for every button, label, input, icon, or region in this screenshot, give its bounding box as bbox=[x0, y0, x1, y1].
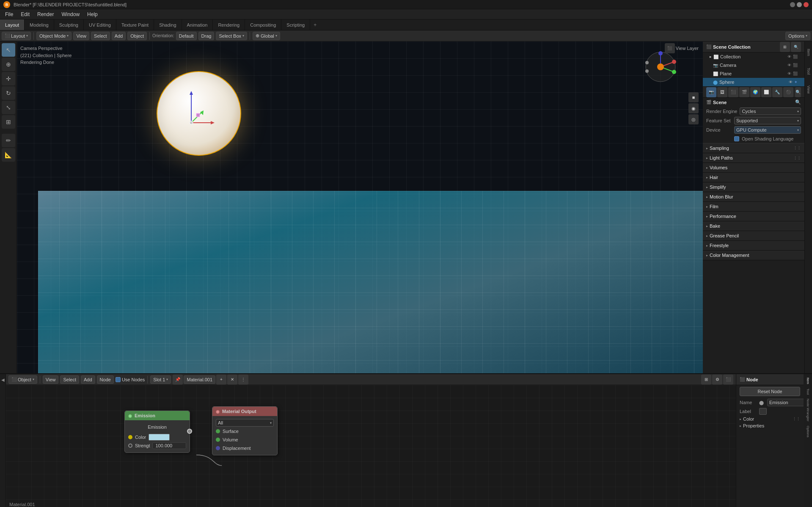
performance-header[interactable]: ▸ Performance bbox=[703, 212, 804, 221]
object-properties-icon[interactable]: ⬜ bbox=[761, 87, 771, 97]
node-canvas[interactable]: ◉ Emission Emission Color bbox=[6, 385, 736, 507]
tab-layout[interactable]: Layout bbox=[0, 19, 25, 30]
feature-set-dropdown[interactable]: Supported ▾ bbox=[734, 117, 801, 124]
bake-header[interactable]: ▸ Bake bbox=[703, 221, 804, 231]
view-layer-button[interactable]: ⬛ bbox=[665, 43, 675, 53]
tool-measure[interactable]: 📐 bbox=[2, 148, 15, 162]
window-controls[interactable] bbox=[790, 2, 809, 7]
material-name-button[interactable]: Material.001 bbox=[184, 375, 215, 384]
outliner-collection[interactable]: ▸ ⬜ Collection 👁 ⬛ bbox=[703, 52, 804, 61]
node-tool-tab[interactable]: Tool bbox=[806, 387, 810, 397]
global-button[interactable]: ⊕ Global ▾ bbox=[253, 32, 280, 40]
menu-render[interactable]: Render bbox=[34, 11, 57, 18]
tab-shading[interactable]: Shading bbox=[154, 19, 182, 30]
film-header[interactable]: ▸ Film bbox=[703, 202, 804, 211]
node-wrangler-tab[interactable]: Node Wrangler bbox=[806, 397, 810, 423]
light-paths-header[interactable]: ▸ Light Paths ⋮⋮ bbox=[703, 153, 804, 163]
menu-help[interactable]: Help bbox=[84, 11, 101, 18]
close-button[interactable] bbox=[804, 2, 809, 7]
material-properties-icon[interactable]: ⚫ bbox=[783, 87, 793, 97]
reset-node-button[interactable]: Reset Node bbox=[740, 387, 800, 396]
menu-file[interactable]: File bbox=[2, 11, 17, 18]
freestyle-header[interactable]: ▸ Freestyle bbox=[703, 241, 804, 250]
tab-sculpting[interactable]: Sculpting bbox=[54, 19, 84, 30]
outliner-camera[interactable]: 📷 Camera 👁 ⬛ bbox=[703, 61, 804, 69]
select-button[interactable]: Select bbox=[91, 32, 110, 40]
light-paths-dots[interactable]: ⋮⋮ bbox=[793, 155, 801, 160]
viewport-container[interactable]: Camera Perspective (221) Collection | Sp… bbox=[17, 41, 703, 373]
render-properties-icon[interactable]: 📷 bbox=[706, 87, 716, 97]
tab-scripting[interactable]: Scripting bbox=[281, 19, 310, 30]
object-mode-button[interactable]: Object Mode ▾ bbox=[36, 32, 72, 40]
tab-rendering[interactable]: Rendering bbox=[213, 19, 245, 30]
tool-cursor[interactable]: ⊕ bbox=[2, 58, 15, 71]
output-properties-icon[interactable]: 🖼 bbox=[717, 87, 727, 97]
render-engine-dropdown[interactable]: Cycles ▾ bbox=[740, 107, 801, 115]
motion-blur-header[interactable]: ▸ Motion Blur bbox=[703, 192, 804, 201]
node-select-button[interactable]: Select bbox=[60, 375, 79, 384]
osl-checkbox[interactable] bbox=[734, 136, 739, 141]
sampling-header[interactable]: ▸ Sampling ⋮⋮ bbox=[703, 143, 804, 153]
viewport-shading-rendered[interactable]: ◎ bbox=[688, 114, 699, 124]
output-dropdown-row[interactable]: All ▾ bbox=[216, 419, 274, 427]
panel-search-button[interactable]: 🔍 bbox=[795, 87, 801, 97]
outliner-filter-button[interactable]: ⊞ bbox=[780, 42, 790, 52]
options-button[interactable]: Options ▾ bbox=[785, 32, 810, 40]
tab-texture-paint[interactable]: Texture Paint bbox=[116, 19, 154, 30]
sampling-dots[interactable]: ⋮⋮ bbox=[793, 146, 801, 150]
maximize-button[interactable] bbox=[797, 2, 802, 7]
material-unlink-button[interactable]: ✕ bbox=[227, 375, 237, 385]
material-pin-button[interactable]: 📌 bbox=[173, 375, 183, 385]
far-right-item-tab[interactable]: Item bbox=[804, 44, 812, 61]
simplify-header[interactable]: ▸ Simplify bbox=[703, 182, 804, 192]
color-management-header[interactable]: ▸ Color Management bbox=[703, 251, 804, 260]
orientation-button[interactable]: Default bbox=[176, 32, 197, 40]
tab-uv-editing[interactable]: UV Editing bbox=[84, 19, 116, 30]
use-nodes-checkbox[interactable] bbox=[116, 377, 121, 382]
tab-animation[interactable]: Animation bbox=[182, 19, 213, 30]
device-dropdown[interactable]: GPU Compute ▾ bbox=[734, 126, 801, 134]
add-workspace-button[interactable]: + bbox=[310, 19, 320, 30]
volumes-header[interactable]: ▸ Volumes bbox=[703, 163, 804, 172]
tab-modeling[interactable]: Modeling bbox=[25, 19, 54, 30]
tool-transform[interactable]: ⊞ bbox=[2, 115, 15, 129]
object-button[interactable]: Object bbox=[127, 32, 147, 40]
node-item-tab[interactable]: Item bbox=[806, 376, 810, 386]
label-color-swatch[interactable] bbox=[759, 408, 767, 415]
minimize-button[interactable] bbox=[790, 2, 795, 7]
outliner-plane[interactable]: ⬜ Plane 👁 ⬛ bbox=[703, 69, 804, 78]
tab-compositing[interactable]: Compositing bbox=[245, 19, 281, 30]
scene-properties-icon[interactable]: 🎬 bbox=[739, 87, 749, 97]
scene-search-icon[interactable]: 🔍 bbox=[795, 99, 801, 105]
select-box-button[interactable]: Select Box ▾ bbox=[216, 32, 247, 40]
viewport-canvas[interactable]: Camera Perspective (221) Collection | Sp… bbox=[17, 41, 703, 373]
editor-type-button[interactable]: ⬛ Layout ▾ bbox=[2, 32, 31, 40]
menu-window[interactable]: Window bbox=[58, 11, 83, 18]
menu-edit[interactable]: Edit bbox=[17, 11, 33, 18]
use-nodes-toggle[interactable]: Use Nodes bbox=[116, 377, 145, 382]
material-new-button[interactable]: + bbox=[216, 375, 226, 385]
color-section-header[interactable]: ▸ Color ⋮⋮ bbox=[736, 416, 804, 422]
far-right-view-tab[interactable]: View bbox=[804, 81, 812, 98]
emission-color-swatch[interactable] bbox=[149, 434, 170, 441]
viewport-shading-solid[interactable]: ■ bbox=[688, 92, 699, 102]
node-slot-icon[interactable]: ⬛ bbox=[723, 375, 733, 385]
properties-section-header[interactable]: ▸ Properties bbox=[736, 422, 804, 429]
node-add-button[interactable]: Add bbox=[81, 375, 95, 384]
hair-header[interactable]: ▸ Hair bbox=[703, 173, 804, 182]
drag-button[interactable]: Drag bbox=[198, 32, 215, 40]
tool-scale[interactable]: ⤡ bbox=[2, 101, 15, 114]
navigation-gizmo[interactable] bbox=[644, 50, 677, 84]
view-layer-properties-icon[interactable]: ⬛ bbox=[728, 87, 738, 97]
output-type-dropdown[interactable]: All ▾ bbox=[216, 419, 274, 427]
tool-move[interactable]: ✛ bbox=[2, 72, 15, 85]
grease-pencil-header[interactable]: ▸ Grease Pencil bbox=[703, 231, 804, 240]
tool-rotate[interactable]: ↻ bbox=[2, 86, 15, 100]
node-overlay-toggle[interactable]: ⚙ bbox=[712, 375, 722, 385]
slot-selector[interactable]: Slot 1 ▾ bbox=[150, 375, 171, 384]
emission-strength-value[interactable]: 100.000 bbox=[152, 442, 186, 449]
far-right-tool-tab[interactable]: Tool bbox=[804, 63, 812, 80]
material-output-node[interactable]: ◉ Material Output All ▾ Surface bbox=[212, 406, 278, 455]
viewport-shading-material[interactable]: ◉ bbox=[688, 103, 699, 113]
node-options-tab[interactable]: Options bbox=[806, 424, 810, 439]
